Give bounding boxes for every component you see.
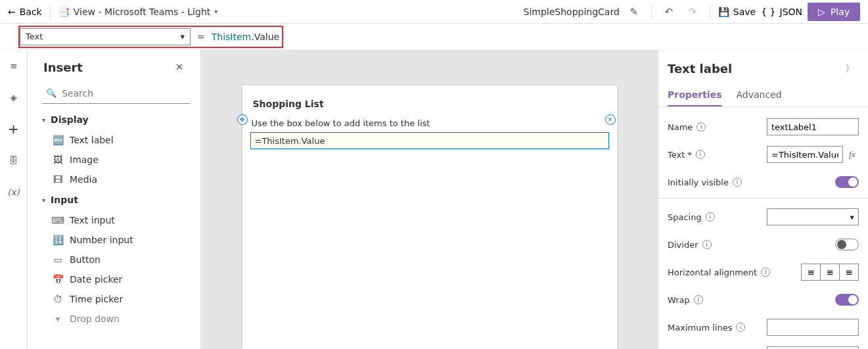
layers-icon: ◈ <box>10 93 16 103</box>
formula-bar: Text ▾ = ThisItem.Value <box>0 24 868 50</box>
separator <box>710 5 710 18</box>
align-center-icon: ≡ <box>826 268 833 277</box>
info-icon[interactable]: i <box>736 323 745 332</box>
insert-item-date-picker[interactable]: 📅 Date picker <box>28 269 200 289</box>
prop-divider-toggle[interactable] <box>835 239 859 250</box>
back-label: Back <box>20 7 42 17</box>
info-icon[interactable]: i <box>706 212 715 221</box>
close-icon: ✕ <box>175 61 184 73</box>
separator <box>50 5 51 18</box>
rail-variables-button[interactable]: (x) <box>3 181 24 202</box>
prop-halign-label: Horizontal alignmenti <box>668 268 770 277</box>
hamburger-icon: ≡ <box>10 61 17 71</box>
chevron-down-icon: ▾ <box>850 212 854 222</box>
save-button[interactable]: 💾 Save <box>718 7 756 17</box>
formula-highlight: Text ▾ = ThisItem.Value <box>18 26 283 48</box>
insert-item-text-label[interactable]: 🔤 Text label <box>28 130 200 150</box>
save-icon: 💾 <box>718 7 729 17</box>
insert-search-input[interactable] <box>62 88 186 99</box>
prop-text-label: Text *i <box>668 150 705 160</box>
theme-dropdown[interactable]: 📑 View - Microsoft Teams - Light ▾ <box>58 7 218 17</box>
drop-down-icon: ▾ <box>53 314 63 324</box>
close-insert-button[interactable]: ✕ <box>170 58 189 76</box>
align-left-button[interactable]: ≡ <box>801 264 821 281</box>
edit-app-name-button[interactable]: ✎ <box>625 3 643 21</box>
time-picker-icon: ⏱ <box>53 294 63 304</box>
delete-handle[interactable]: ✕ <box>605 114 616 125</box>
search-icon: 🔍 <box>46 88 57 98</box>
insert-item-time-picker[interactable]: ⏱ Time picker <box>28 289 200 309</box>
undo-icon: ↶ <box>665 6 674 18</box>
property-selector[interactable]: Text ▾ <box>20 28 191 45</box>
close-icon: ✕ <box>608 116 613 123</box>
properties-title: Text label <box>668 62 732 76</box>
card-text-label-element[interactable]: =ThisItem.Value <box>250 132 609 149</box>
expand-properties-button[interactable]: 〉 <box>840 59 859 78</box>
formula-expression[interactable]: ThisItem.Value <box>212 32 279 42</box>
back-arrow-icon: ← <box>8 7 16 17</box>
rail-insert-button[interactable]: + <box>3 118 24 139</box>
json-button[interactable]: { } JSON <box>761 7 802 17</box>
prop-wrap-toggle[interactable] <box>835 294 859 306</box>
media-icon: 🎞 <box>53 174 63 185</box>
tab-advanced[interactable]: Advanced <box>737 84 782 106</box>
prop-text-input[interactable] <box>767 146 843 163</box>
left-rail: ≡ ◈ + 🗄 (x) <box>0 50 28 349</box>
align-right-button[interactable]: ≡ <box>839 264 859 281</box>
undo-button[interactable]: ↶ <box>660 3 678 21</box>
insert-panel: Insert ✕ 🔍 ▾ Display 🔤 Text label 🖼 Imag… <box>28 50 201 349</box>
info-icon[interactable]: i <box>761 268 770 277</box>
prop-initially-visible-toggle[interactable] <box>835 176 859 188</box>
rail-layers-button[interactable]: ◈ <box>3 87 24 108</box>
image-icon: 🖼 <box>53 154 63 165</box>
insert-item-media[interactable]: 🎞 Media <box>28 170 200 189</box>
align-center-button[interactable]: ≡ <box>820 264 840 281</box>
prop-halign-group: ≡ ≡ ≡ <box>801 264 859 281</box>
prop-name-input[interactable] <box>767 118 859 135</box>
tab-properties[interactable]: Properties <box>668 84 722 106</box>
insert-item-text-input[interactable]: ⌨ Text input <box>28 210 200 230</box>
insert-title: Insert <box>43 60 83 74</box>
prop-maxlines-label: Maximum linesi <box>668 323 745 333</box>
play-button[interactable]: ▷ Play <box>808 3 860 21</box>
shopping-card[interactable]: Shopping List Use the box below to add i… <box>242 85 617 349</box>
insert-item-image[interactable]: 🖼 Image <box>28 150 200 170</box>
info-icon[interactable]: i <box>696 150 705 159</box>
insert-item-button[interactable]: ▭ Button <box>28 250 200 269</box>
section-display[interactable]: ▾ Display <box>28 109 200 130</box>
prop-spacing-label: Spacingi <box>668 212 715 222</box>
back-button[interactable]: ← Back <box>8 7 42 17</box>
prop-height-select[interactable]: ▾ <box>767 346 859 349</box>
rail-data-button[interactable]: 🗄 <box>3 150 24 171</box>
theme-label: View - Microsoft Teams - Light <box>74 7 211 17</box>
info-icon[interactable]: i <box>694 295 703 304</box>
properties-panel: Text label 〉 Properties Advanced Namei T… <box>658 50 868 349</box>
insert-search[interactable]: 🔍 <box>42 83 190 104</box>
card-title: Shopping List <box>250 99 609 109</box>
fx-button[interactable]: fx <box>846 146 859 163</box>
prop-spacing-select[interactable]: ▾ <box>767 208 859 225</box>
play-icon: ▷ <box>818 7 825 17</box>
info-icon[interactable]: i <box>733 177 742 187</box>
insert-item-drop-down[interactable]: ▾ Drop down <box>28 309 200 329</box>
prop-maxlines-input[interactable] <box>767 319 859 336</box>
align-right-icon: ≡ <box>845 268 852 277</box>
canvas[interactable]: Shopping List Use the box below to add i… <box>201 50 658 349</box>
info-icon[interactable]: i <box>697 122 706 131</box>
date-picker-icon: 📅 <box>53 274 63 285</box>
redo-icon: ↷ <box>689 6 697 18</box>
chevron-right-icon: 〉 <box>845 62 855 75</box>
json-icon: { } <box>761 7 775 17</box>
redo-button[interactable]: ↷ <box>683 3 702 21</box>
teams-icon: 📑 <box>58 7 70 17</box>
move-handle[interactable]: ✥ <box>237 114 248 125</box>
insert-item-number-input[interactable]: 🔢 Number input <box>28 230 200 250</box>
prop-wrap-label: Wrapi <box>668 295 703 305</box>
info-icon[interactable]: i <box>702 240 712 249</box>
rail-tree-button[interactable]: ≡ <box>3 55 24 76</box>
section-input[interactable]: ▾ Input <box>28 189 200 210</box>
prop-divider-label: Divideri <box>668 240 712 250</box>
chevron-down-icon: ▾ <box>180 32 185 41</box>
move-icon: ✥ <box>240 116 245 123</box>
pencil-icon: ✎ <box>630 6 639 18</box>
